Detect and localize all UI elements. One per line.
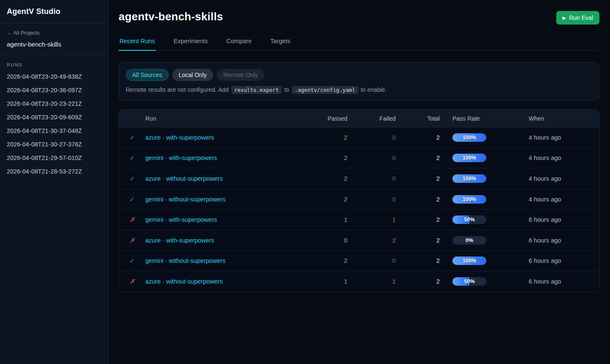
tab-targets[interactable]: Targets	[269, 38, 291, 51]
total-count: 2	[396, 175, 440, 182]
pass-rate-badge: 100%	[452, 133, 486, 142]
passed-count: 2	[309, 134, 347, 141]
run-eval-button[interactable]: ▶ Run Eval	[556, 11, 599, 25]
sidebar-run-item[interactable]: 2026-04-08T21-29-57-010Z	[0, 151, 108, 165]
table-row[interactable]: ✗ gemini · with-superpowers 1 1 2 50% 6 …	[119, 210, 599, 230]
total-count: 2	[396, 257, 440, 264]
pass-rate-cell: 50%	[440, 277, 529, 286]
pass-rate-label: 100%	[452, 256, 486, 265]
run-link[interactable]: azure · with-superpowers	[145, 134, 214, 141]
chip-all-sources[interactable]: All Sources	[126, 69, 169, 81]
code-results-export: results.export	[231, 86, 282, 94]
when-text: 4 hours ago	[529, 134, 598, 141]
tab-experiments[interactable]: Experiments	[173, 38, 209, 51]
sidebar-run-item[interactable]: 2026-04-08T21-30-27-378Z	[0, 138, 108, 151]
failed-count: 0	[347, 134, 396, 141]
source-filter-card: All SourcesLocal OnlyRemote Only Remote …	[119, 62, 599, 101]
sidebar-project-name: agentv-bench-skills	[7, 41, 101, 48]
table-header-row: Run Passed Failed Total Pass Rate When	[119, 110, 599, 127]
run-link[interactable]: azure · without-superpowers	[145, 175, 223, 182]
run-link[interactable]: azure · without-superpowers	[145, 278, 223, 285]
sidebar-run-item[interactable]: 2026-04-08T23-20-23-221Z	[0, 97, 108, 110]
main-content: agentv-bench-skills ▶ Run Eval Recent Ru…	[108, 0, 610, 364]
pass-rate-label: 100%	[452, 195, 486, 204]
status-icon: ✗	[119, 278, 145, 285]
column-header-run: Run	[145, 115, 309, 122]
pass-rate-badge: 100%	[452, 154, 486, 162]
run-link[interactable]: gemini · without-superpowers	[145, 196, 225, 203]
pass-rate-cell: 100%	[440, 195, 529, 204]
pass-rate-cell: 0%	[440, 236, 529, 245]
sidebar: AgentV Studio ← All Projects agentv-benc…	[0, 0, 108, 364]
pass-rate-label: 50%	[452, 215, 486, 224]
tab-recent-runs[interactable]: Recent Runs	[119, 38, 156, 51]
pass-rate-badge: 100%	[452, 256, 486, 265]
play-icon: ▶	[563, 15, 566, 21]
pass-rate-label: 100%	[452, 154, 486, 162]
total-count: 2	[396, 154, 440, 161]
when-text: 6 hours ago	[529, 216, 598, 223]
app-header: AgentV Studio	[0, 0, 108, 23]
page-title: agentv-bench-skills	[119, 10, 223, 23]
pass-rate-badge: 50%	[452, 215, 486, 224]
failed-count: 0	[347, 154, 396, 161]
sidebar-run-item[interactable]: 2026-04-08T23-20-49-838Z	[0, 70, 108, 83]
pass-rate-badge: 0%	[452, 236, 486, 245]
sidebar-run-item[interactable]: 2026-04-08T21-30-37-048Z	[0, 124, 108, 138]
table-row[interactable]: ✓ gemini · without-superpowers 2 0 2 100…	[119, 189, 599, 210]
status-icon: ✗	[119, 237, 145, 244]
run-eval-label: Run Eval	[569, 14, 593, 21]
pass-rate-cell: 100%	[440, 174, 529, 183]
tabs: Recent RunsExperimentsCompareTargets	[119, 38, 599, 51]
all-projects-back-link[interactable]: ← All Projects	[7, 30, 40, 36]
run-link[interactable]: gemini · without-superpowers	[145, 257, 225, 264]
pass-rate-badge: 100%	[452, 195, 486, 204]
total-count: 2	[396, 196, 440, 203]
note-text: to enable.	[360, 86, 387, 93]
code-config-yaml: .agentv/config.yaml	[292, 86, 358, 94]
total-count: 2	[396, 278, 440, 285]
sidebar-run-list: 2026-04-08T23-20-49-838Z2026-04-08T23-20…	[0, 70, 108, 178]
total-count: 2	[396, 216, 440, 223]
status-icon: ✓	[119, 134, 145, 141]
passed-count: 2	[309, 257, 347, 264]
failed-count: 1	[347, 278, 396, 285]
table-row[interactable]: ✓ azure · without-superpowers 2 0 2 100%…	[119, 168, 599, 189]
chip-remote-only: Remote Only	[217, 69, 264, 81]
app-title: AgentV Studio	[7, 7, 101, 16]
run-link[interactable]: gemini · with-superpowers	[145, 154, 217, 161]
table-row[interactable]: ✓ gemini · with-superpowers 2 0 2 100% 4…	[119, 148, 599, 169]
run-link[interactable]: gemini · with-superpowers	[145, 216, 217, 223]
sidebar-project-block: ← All Projects agentv-bench-skills	[0, 23, 108, 55]
sidebar-run-item[interactable]: 2026-04-08T23-20-09-609Z	[0, 110, 108, 124]
run-link[interactable]: azure · with-superpowers	[145, 237, 214, 244]
failed-count: 2	[347, 237, 396, 244]
failed-count: 0	[347, 175, 396, 182]
when-text: 4 hours ago	[529, 175, 598, 182]
passed-count: 1	[309, 278, 347, 285]
table-row[interactable]: ✗ azure · with-superpowers 0 2 2 0% 6 ho…	[119, 230, 599, 251]
tab-compare[interactable]: Compare	[225, 38, 252, 51]
pass-rate-label: 100%	[452, 133, 486, 142]
pass-rate-cell: 100%	[440, 256, 529, 265]
when-text: 6 hours ago	[529, 257, 598, 264]
passed-count: 2	[309, 154, 347, 161]
chip-local-only[interactable]: Local Only	[172, 69, 213, 81]
table-row[interactable]: ✗ azure · without-superpowers 1 1 2 50% …	[119, 271, 599, 292]
pass-rate-cell: 100%	[440, 133, 529, 142]
table-row[interactable]: ✓ gemini · without-superpowers 2 0 2 100…	[119, 251, 599, 272]
column-header-pass-rate: Pass Rate	[440, 115, 529, 122]
page-header: agentv-bench-skills ▶ Run Eval	[119, 10, 599, 25]
failed-count: 0	[347, 257, 396, 264]
sidebar-run-item[interactable]: 2026-04-08T23-20-36-097Z	[0, 83, 108, 97]
column-header-total: Total	[396, 115, 440, 122]
column-header-failed: Failed	[347, 115, 396, 122]
status-icon: ✓	[119, 257, 145, 265]
sidebar-run-item[interactable]: 2026-04-08T21-28-53-272Z	[0, 165, 108, 178]
failed-count: 1	[347, 216, 396, 223]
table-row[interactable]: ✓ azure · with-superpowers 2 0 2 100% 4 …	[119, 127, 599, 148]
status-icon: ✗	[119, 216, 145, 223]
pass-rate-label: 50%	[452, 277, 486, 286]
runs-table: Run Passed Failed Total Pass Rate When ✓…	[119, 109, 599, 292]
status-icon: ✓	[119, 196, 145, 203]
